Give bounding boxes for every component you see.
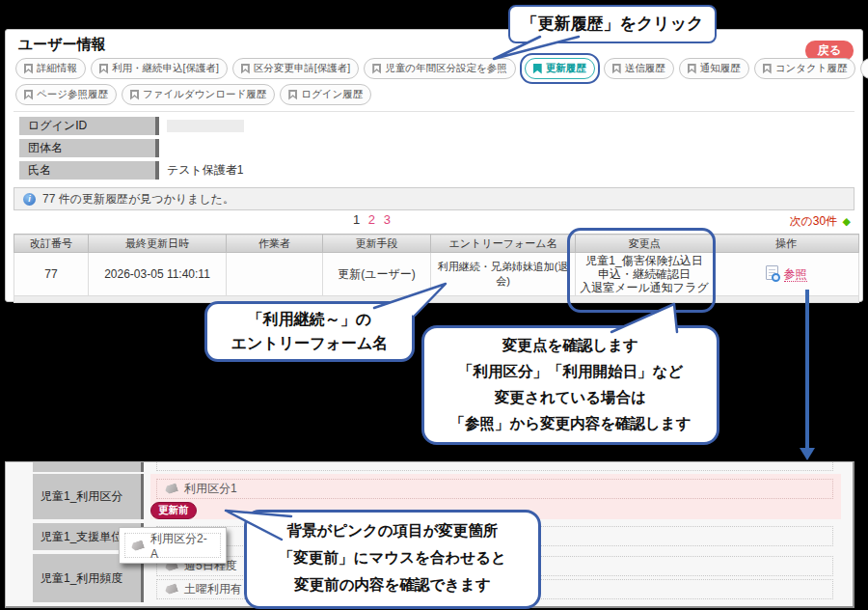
callout-line: 背景がピンクの項目が変更箇所 <box>247 517 538 544</box>
reference-link[interactable]: 参照 <box>784 267 807 282</box>
update-history-table: 改訂番号 最終更新日時 作業者 更新手段 エントリーフォーム名 変更点 操作 7… <box>14 234 859 303</box>
screenshot-root: ユーザー情報 戻る 詳細情報 利用・継続申込[保護者] 区分変更申請[保護者] … <box>0 0 868 610</box>
info-icon: i <box>23 193 36 206</box>
next-page-icon: ◆ <box>843 215 851 227</box>
bookmark-icon <box>688 64 696 74</box>
col-header-entry-form: エントリーフォーム名 <box>431 235 576 253</box>
tab-label: 詳細情報 <box>37 62 77 75</box>
callout-line: 変更されている場合は <box>424 384 717 410</box>
tag-icon <box>130 540 145 552</box>
tab-contact-history[interactable]: コンタクト履歴 <box>754 58 856 79</box>
table-row-partial <box>14 296 859 303</box>
tooltip-content: 利用区分2-A <box>124 533 221 558</box>
table-header-row: 改訂番号 最終更新日時 作業者 更新手段 エントリーフォーム名 変更点 操作 <box>14 235 859 253</box>
detail-value-cut <box>156 461 833 471</box>
bookmark-icon <box>763 64 772 74</box>
callout-line: 「利用継続～」の <box>207 307 412 331</box>
bookmark-icon <box>372 64 381 74</box>
tab-category-change-request[interactable]: 区分変更申請[保護者] <box>232 58 359 79</box>
tab-detail-info[interactable]: 詳細情報 <box>15 58 86 79</box>
tab-login-history[interactable]: ログイン履歴 <box>280 84 371 105</box>
bookmark-icon <box>612 64 621 74</box>
cell-method: 更新(ユーザー) <box>323 253 431 296</box>
detail-value-text: 土曜利用有 <box>184 581 242 597</box>
bookmark-icon <box>130 90 139 100</box>
next-page-label: 次の30件 <box>790 214 838 228</box>
bookmark-icon <box>99 64 108 74</box>
before-update-tooltip: 利用区分2-A <box>119 527 227 564</box>
masked-value <box>167 120 244 132</box>
tab-label: ページ参照履歴 <box>37 88 108 101</box>
callout-line: エントリーフォーム名 <box>207 331 412 355</box>
bookmark-icon <box>533 64 542 74</box>
tag-icon <box>164 483 178 495</box>
callout-line: 「変更前」にマウスを合わせると <box>247 544 538 571</box>
callout-entry-form-name: 「利用継続～」の エントリーフォーム名 <box>204 301 415 362</box>
table-row: 77 2026-03-05 11:40:11 更新(ユーザー) 利用継続・兄弟姉… <box>14 253 859 296</box>
tab-file-download-history[interactable]: ファイルダウンロード履歴 <box>122 84 275 105</box>
highlight-update-history-tab: 更新履歴 <box>520 53 600 84</box>
tab-label: 送信履歴 <box>625 62 665 75</box>
page-title: ユーザー情報 <box>18 36 106 54</box>
cell-revision: 77 <box>14 253 89 296</box>
callout-check-changes: 変更点を確認します 「利用区分」「利用開始日」など 変更されている場合は 「参照… <box>421 325 719 445</box>
callout-line: 「利用区分」「利用開始日」など <box>424 358 717 384</box>
tab-label: 利用・継続申込[保護者] <box>112 62 219 75</box>
bookmark-icon <box>241 64 250 74</box>
page-link-3[interactable]: 3 <box>384 212 391 227</box>
col-header-action: 操作 <box>714 235 859 253</box>
bookmark-icon <box>24 64 33 74</box>
callout-line: 変更点を確認します <box>424 332 717 358</box>
col-header-operator: 作業者 <box>227 235 323 253</box>
tab-use-continue-apply[interactable]: 利用・継続申込[保護者] <box>91 58 228 79</box>
tab-label: 通知履歴 <box>700 62 741 75</box>
callout-line: 「参照」から変更内容を確認します <box>424 410 717 436</box>
tab-notification-history[interactable]: 通知履歴 <box>679 58 749 79</box>
user-fields: ログインID 団体名 氏名 テスト保護者1 <box>19 117 244 183</box>
next-page-link[interactable]: 次の30件 ◆ <box>790 213 851 230</box>
callout-click-update-history: 「更新履歴」をクリック <box>508 5 717 43</box>
tab-label: 更新履歴 <box>546 62 586 75</box>
reference-doc-icon <box>766 265 778 280</box>
tab-annual-category-settings[interactable]: 児童の年間区分設定を参照 <box>364 58 516 79</box>
tab-send-history[interactable]: 送信履歴 <box>604 58 674 79</box>
bookmark-icon <box>24 90 33 100</box>
tab-bar-row2: ページ参照履歴 ファイルダウンロード履歴 ログイン履歴 <box>15 84 371 105</box>
field-row-login-id: ログインID <box>19 117 244 135</box>
callout-text: 「更新履歴」をクリック <box>522 14 704 33</box>
tab-label: 区分変更申請[保護者] <box>254 62 350 75</box>
cell-action: 参照 <box>714 253 859 296</box>
tab-entry-history[interactable]: エントリー履歴 <box>860 58 868 79</box>
reference-arrow-head <box>800 448 815 460</box>
tab-label: 児童の年間区分設定を参照 <box>385 62 507 75</box>
field-label: ログインID <box>19 117 159 135</box>
user-info-panel: ユーザー情報 戻る 詳細情報 利用・継続申込[保護者] 区分変更申請[保護者] … <box>5 29 863 302</box>
highlight-changes-column <box>567 228 716 313</box>
tag-icon <box>164 583 178 596</box>
page-current: 1 <box>353 212 360 227</box>
cell-entry-form: 利用継続・兄弟姉妹追加(退会) <box>431 253 576 296</box>
tab-update-history[interactable]: 更新履歴 <box>525 58 595 79</box>
detail-label-cut <box>33 461 144 472</box>
callout-line: 変更前の内容を確認できます <box>247 571 538 598</box>
field-label: 氏名 <box>19 161 159 180</box>
cell-operator <box>227 253 323 296</box>
tab-label: ファイルダウンロード履歴 <box>143 88 266 101</box>
bookmark-icon <box>288 90 297 100</box>
tab-label: コンタクト履歴 <box>775 62 848 75</box>
before-update-badge[interactable]: 更新前 <box>150 502 197 519</box>
tab-bar-row1: 詳細情報 利用・継続申込[保護者] 区分変更申請[保護者] 児童の年間区分設定を… <box>15 58 868 79</box>
cell-updated-at: 2026-03-05 11:40:11 <box>89 253 227 296</box>
field-row-name: 氏名 テスト保護者1 <box>19 161 244 180</box>
field-row-org-name: 団体名 <box>19 139 244 157</box>
tab-page-view-history[interactable]: ページ参照履歴 <box>15 84 117 105</box>
result-count-text: 77 件の更新履歴が見つかりました。 <box>42 191 234 208</box>
field-value: テスト保護者1 <box>159 161 244 180</box>
detail-value-riyou-kubun: 利用区分1 <box>156 479 833 499</box>
result-count-bar: i 77 件の更新履歴が見つかりました。 <box>14 187 854 210</box>
col-header-revision: 改訂番号 <box>14 235 89 253</box>
field-value <box>159 139 167 157</box>
divider <box>14 111 854 112</box>
pagination: 1 2 3 次の30件 ◆ <box>6 212 862 228</box>
page-link-2[interactable]: 2 <box>368 212 375 227</box>
